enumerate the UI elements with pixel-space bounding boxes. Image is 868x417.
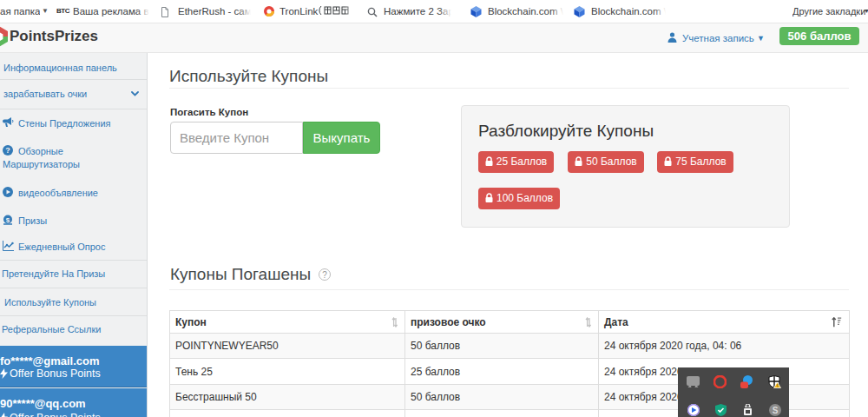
svg-text:S: S: [773, 406, 779, 415]
svg-text:?: ?: [323, 270, 328, 280]
svg-text:$: $: [6, 216, 10, 224]
svg-text:?: ?: [5, 146, 10, 155]
